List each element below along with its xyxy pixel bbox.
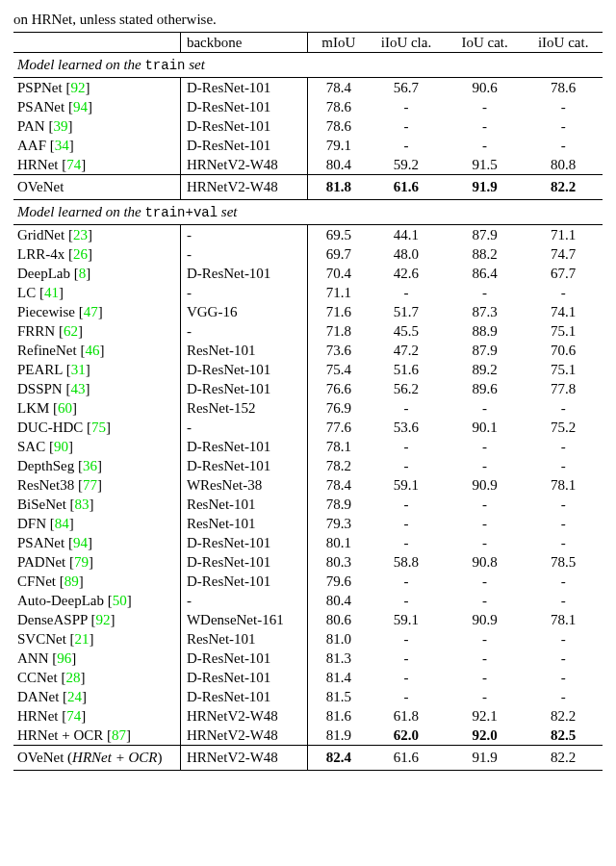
iiou-cla: - — [367, 456, 446, 475]
citation-link[interactable]: 46 — [85, 343, 99, 358]
iiou-cat: - — [524, 136, 603, 155]
citation-link[interactable]: 62 — [64, 323, 78, 339]
miou: 80.3 — [308, 552, 367, 572]
iiou-cat: 75.1 — [524, 321, 603, 341]
iiou-cla: - — [367, 687, 446, 706]
backbone: D-ResNet-101 — [180, 437, 308, 456]
iou-cat: - — [446, 116, 525, 136]
iiou-cla: 62.0 — [367, 726, 446, 746]
method-name: OVeNet (HRNet + OCR) — [13, 746, 180, 771]
iiou-cat: - — [524, 591, 603, 610]
method-name: PSANet [94] — [13, 533, 180, 552]
citation-link[interactable]: 8 — [79, 266, 87, 281]
iiou-cla: 42.6 — [367, 264, 446, 283]
citation-link[interactable]: 74 — [66, 708, 81, 724]
iou-cat: - — [446, 437, 525, 456]
citation-link[interactable]: 96 — [57, 650, 71, 666]
citation-link[interactable]: 39 — [53, 118, 67, 134]
method-name: GridNet [23] — [13, 225, 180, 245]
citation-link[interactable]: 83 — [75, 497, 90, 512]
citation-link[interactable]: 43 — [70, 381, 85, 396]
citation-link[interactable]: 92 — [96, 612, 111, 627]
method-name: PAN [39] — [13, 116, 180, 136]
iiou-cla: - — [367, 649, 446, 668]
method-name: SAC [90] — [13, 437, 180, 456]
citation-link[interactable]: 28 — [65, 670, 80, 685]
method-name: DANet [24] — [13, 687, 180, 706]
iiou-cla: 47.2 — [367, 341, 446, 360]
method-name: RefineNet [46] — [13, 341, 180, 360]
citation-link[interactable]: 77 — [83, 477, 97, 493]
citation-link[interactable]: 87 — [112, 727, 126, 743]
method-name: OVeNet — [13, 175, 180, 200]
miou: 80.6 — [308, 610, 367, 629]
iou-cat: 91.9 — [446, 175, 525, 200]
citation-link[interactable]: 34 — [55, 138, 69, 153]
citation-link[interactable]: 94 — [73, 535, 88, 550]
backbone: D-ResNet-101 — [180, 533, 308, 552]
miou: 71.6 — [308, 302, 367, 321]
citation-link[interactable]: 60 — [58, 400, 72, 416]
citation-link[interactable]: 24 — [67, 689, 82, 704]
miou: 69.7 — [308, 244, 367, 264]
citation-link[interactable]: 94 — [73, 99, 88, 115]
method-name: ResNet38 [77] — [13, 475, 180, 495]
iou-cat: - — [446, 283, 525, 302]
method-name: HRNet + OCR [87] — [13, 726, 180, 746]
iou-cat: - — [446, 591, 525, 610]
miou: 79.6 — [308, 572, 367, 591]
method-name: PSANet [94] — [13, 97, 180, 116]
citation-link[interactable]: 21 — [75, 631, 90, 647]
miou: 82.4 — [308, 746, 367, 771]
citation-link[interactable]: 50 — [113, 593, 127, 608]
section-title: Model learned on the train+val set — [13, 200, 603, 225]
method-name: DUC-HDC [75] — [13, 418, 180, 437]
citation-link[interactable]: 90 — [54, 439, 68, 454]
backbone: WResNet-38 — [180, 475, 308, 495]
method-name: HRNet [74] — [13, 155, 180, 175]
iou-cat: - — [446, 495, 525, 514]
backbone: D-ResNet-101 — [180, 97, 308, 116]
iou-cat: 87.3 — [446, 302, 525, 321]
citation-link[interactable]: 47 — [84, 304, 98, 319]
backbone: D-ResNet-101 — [180, 552, 308, 572]
citation-link[interactable]: 79 — [74, 554, 89, 570]
iiou-cat: 82.2 — [524, 706, 603, 726]
iiou-cla: 61.8 — [367, 706, 446, 726]
iiou-cla: 59.1 — [367, 475, 446, 495]
citation-link[interactable]: 26 — [73, 246, 88, 262]
backbone: D-ResNet-101 — [180, 687, 308, 706]
miou: 75.4 — [308, 360, 367, 379]
citation-link[interactable]: 31 — [71, 362, 86, 377]
iou-cat: 91.9 — [446, 746, 525, 771]
citation-link[interactable]: 41 — [44, 285, 59, 300]
backbone: WDenseNet-161 — [180, 610, 308, 629]
backbone: D-ResNet-101 — [180, 360, 308, 379]
backbone: - — [180, 418, 308, 437]
method-name: PEARL [31] — [13, 360, 180, 379]
citation-link[interactable]: 23 — [73, 227, 88, 242]
iou-cat: 92.0 — [446, 726, 525, 746]
iiou-cla: 61.6 — [367, 746, 446, 771]
citation-link[interactable]: 89 — [64, 573, 79, 589]
backbone: ResNet-101 — [180, 514, 308, 533]
method-name: CCNet [28] — [13, 668, 180, 687]
citation-link[interactable]: 36 — [83, 458, 97, 473]
citation-link[interactable]: 75 — [91, 420, 106, 435]
citation-link[interactable]: 84 — [55, 516, 69, 531]
iiou-cat: - — [524, 456, 603, 475]
backbone: - — [180, 283, 308, 302]
backbone: ResNet-152 — [180, 398, 308, 418]
method-name: ANN [96] — [13, 649, 180, 668]
method-name: SVCNet [21] — [13, 629, 180, 649]
iiou-cla: - — [367, 668, 446, 687]
iou-cat: - — [446, 514, 525, 533]
citation-link[interactable]: 74 — [66, 157, 81, 172]
iiou-cla: 56.2 — [367, 379, 446, 398]
miou: 70.4 — [308, 264, 367, 283]
method-name: Piecewise [47] — [13, 302, 180, 321]
citation-link[interactable]: 92 — [70, 80, 85, 95]
section-title: Model learned on the train set — [13, 53, 603, 78]
iou-cat: - — [446, 649, 525, 668]
iiou-cat: 74.7 — [524, 244, 603, 264]
